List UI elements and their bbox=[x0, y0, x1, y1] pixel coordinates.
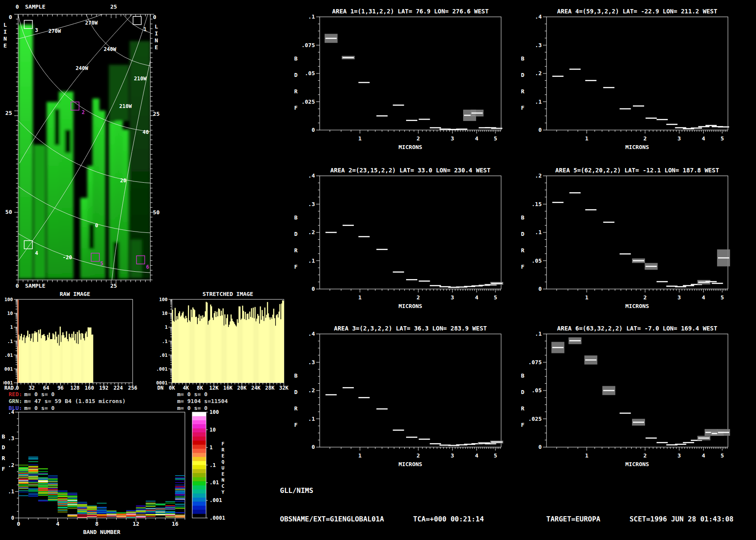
map-x-tick-label: 0 bbox=[16, 283, 19, 289]
spectrum-area4: AREA 4=(59,3,2,2) LAT= -22.9 LON= 211.2 … bbox=[510, 6, 732, 157]
y-tick-label: .1 bbox=[535, 98, 542, 105]
frequency-strip bbox=[38, 478, 48, 479]
frequency-strip bbox=[48, 485, 58, 486]
map-x-tick-label: 25 bbox=[110, 283, 117, 289]
europa-projection-map: 270W270W240W240W210W210W40200-201234560S… bbox=[0, 0, 173, 289]
frequency-strip bbox=[175, 504, 185, 505]
frequency-strip bbox=[29, 489, 38, 490]
stats-channel-label: RED: bbox=[9, 391, 22, 397]
data-segment bbox=[666, 124, 677, 125]
frequency-strip bbox=[29, 494, 38, 495]
frequency-strip bbox=[19, 488, 29, 489]
frequency-strip bbox=[29, 481, 38, 482]
y-tick-label: .3 bbox=[535, 42, 542, 48]
data-segment bbox=[619, 253, 631, 254]
data-segment bbox=[633, 422, 644, 423]
y-tick-label: .1 bbox=[308, 416, 315, 422]
frequency-strip bbox=[175, 506, 185, 507]
frequency-strip bbox=[48, 477, 58, 478]
data-segment bbox=[705, 281, 717, 283]
y-tick-label: 100 bbox=[4, 297, 13, 302]
x-tick-label: 1 bbox=[358, 452, 362, 459]
frequency-strip bbox=[165, 511, 175, 512]
raster-stripe bbox=[59, 92, 73, 279]
plot-title: AREA 2=(23,15,2,2) LAT= 33.0 LON= 230.4 … bbox=[330, 167, 491, 174]
data-segment bbox=[406, 437, 417, 438]
graticule-label: 270W bbox=[48, 28, 61, 34]
frequency-strip bbox=[126, 510, 136, 511]
frequency-strip bbox=[58, 502, 68, 503]
stretched-image-histogram: STRETCHED IMAGE100101.1.01.001.00010K4K8… bbox=[156, 291, 308, 420]
data-segment bbox=[718, 257, 729, 259]
colorbar-segment bbox=[192, 481, 206, 486]
y-axis-title: D bbox=[521, 231, 524, 237]
data-segment bbox=[325, 232, 337, 233]
frequency-strip bbox=[58, 496, 68, 497]
x-tick-label: 8 bbox=[95, 521, 98, 527]
plot-frame bbox=[320, 334, 501, 447]
data-segment bbox=[456, 129, 467, 130]
x-axis-prefix: DN bbox=[157, 385, 163, 391]
y-tick-label: .15 bbox=[532, 201, 542, 207]
frequency-strip bbox=[146, 510, 156, 511]
raster-stripe bbox=[87, 166, 92, 279]
y-tick-label: 0 bbox=[538, 444, 542, 450]
data-segment bbox=[698, 126, 709, 127]
frequency-strip bbox=[38, 483, 48, 484]
x-tick-label: 5 bbox=[721, 452, 724, 459]
y-axis-title: R bbox=[521, 405, 524, 412]
frequency-strip bbox=[175, 488, 185, 489]
spectrum-plot-area6: AREA 6=(63,32,2,2) LAT= -7.0 LON= 169.4 … bbox=[510, 323, 732, 474]
latitude-line bbox=[112, 0, 173, 35]
frequency-strip bbox=[19, 487, 29, 488]
frequency-strip bbox=[58, 502, 68, 503]
frequency-strip bbox=[175, 486, 185, 487]
data-segment bbox=[471, 112, 483, 114]
colorbar-title: R bbox=[222, 447, 225, 453]
x-tick-label: 4 bbox=[475, 452, 478, 459]
x-tick-label: 128 bbox=[70, 385, 80, 391]
area-box-label: 5 bbox=[100, 260, 103, 267]
frequency-strip bbox=[58, 503, 68, 504]
colorbar-segment bbox=[192, 477, 206, 482]
colorbar-title: E bbox=[222, 471, 225, 477]
frequency-strip bbox=[77, 502, 87, 503]
plot-title: AREA 4=(59,3,2,2) LAT= -22.9 LON= 211.2 … bbox=[557, 8, 718, 15]
frequency-strip bbox=[165, 515, 175, 516]
frequency-strip bbox=[175, 480, 185, 480]
frequency-strip bbox=[77, 515, 87, 516]
x-tick-label: 2 bbox=[416, 452, 420, 459]
y-tick-label: .1 bbox=[308, 13, 315, 20]
frequency-strip bbox=[175, 499, 185, 500]
frequency-strip bbox=[146, 514, 156, 515]
graticule-label: 240W bbox=[76, 65, 89, 71]
y-axis-title: B bbox=[294, 214, 298, 221]
data-segment bbox=[343, 387, 354, 388]
colorbar-tick-label: .001 bbox=[210, 497, 222, 503]
frequency-strip bbox=[38, 501, 48, 502]
frequency-strip bbox=[58, 508, 68, 509]
frequency-strip bbox=[38, 492, 48, 493]
frequency-strip bbox=[77, 512, 87, 513]
frequency-strip bbox=[67, 502, 77, 503]
frequency-strip bbox=[87, 510, 97, 511]
map-left-axis-title: N bbox=[3, 35, 7, 42]
frequency-strip bbox=[136, 517, 146, 518]
y-tick-label: .3 bbox=[308, 201, 315, 207]
frequency-strip bbox=[29, 496, 38, 497]
frequency-strip bbox=[97, 507, 107, 508]
plot-title: AREA 1=(1,31,2,2) LAT= 76.9 LON= 276.6 W… bbox=[332, 8, 489, 15]
frequency-strip bbox=[48, 499, 58, 500]
data-segment bbox=[718, 432, 729, 433]
x-tick-label: 0 bbox=[17, 521, 20, 527]
x-tick-label: 16 bbox=[172, 521, 179, 527]
frequency-strip bbox=[136, 511, 146, 512]
frequency-strip bbox=[165, 506, 175, 507]
frequency-strip bbox=[175, 501, 185, 502]
raster-stripe bbox=[99, 111, 105, 279]
colorbar-segment bbox=[192, 489, 206, 494]
colorbar-segment bbox=[192, 432, 206, 437]
x-axis-title: MICRONS bbox=[626, 303, 649, 309]
data-segment bbox=[675, 444, 686, 445]
data-segment bbox=[393, 271, 404, 273]
